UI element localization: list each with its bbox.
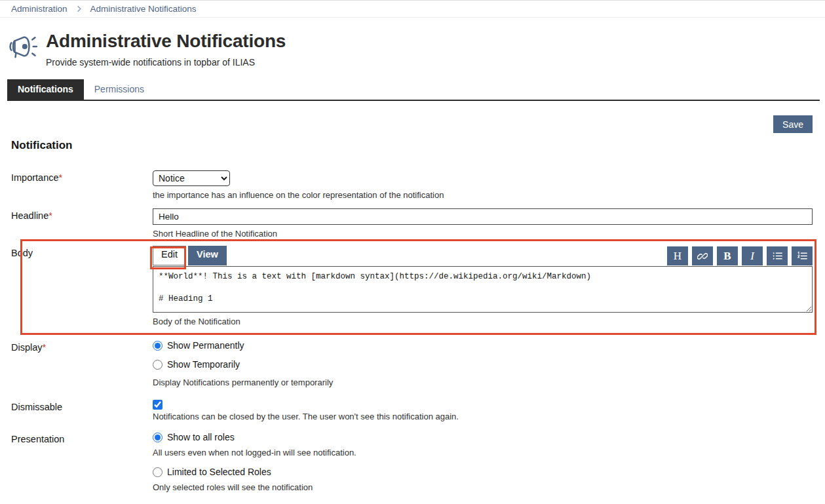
importance-label: Importance* (11, 170, 153, 183)
body-label: Body (11, 246, 153, 258)
required-mark: * (43, 342, 47, 353)
required-mark: * (59, 172, 63, 183)
radio-show-temporarily-input[interactable] (153, 360, 163, 370)
page-subtitle: Provide system-wide notifications in top… (46, 57, 286, 68)
markdown-toolbar: Edit View H (153, 246, 813, 265)
headline-input[interactable] (153, 208, 813, 225)
headline-label: Headline* (11, 208, 153, 221)
form-row-presentation: Presentation Show to all roles All users… (11, 432, 813, 492)
page-title: Administrative Notifications (46, 31, 286, 52)
radio-limited-to-selected-roles-input[interactable] (153, 467, 163, 477)
form-row-body: Body Edit View H (11, 246, 813, 326)
radio-show-to-all-roles-input[interactable] (153, 433, 163, 442)
chevron-right-icon (75, 5, 83, 12)
radio-show-temporarily[interactable]: Show Temporarily (153, 359, 813, 370)
breadcrumb: Administration Administrative Notificati… (0, 0, 825, 18)
dismissable-label: Dismissable (11, 400, 153, 412)
bold-icon[interactable]: B (717, 246, 738, 265)
importance-select[interactable]: Notice (153, 170, 230, 186)
form-row-importance: Importance* Notice the importance has an… (11, 170, 813, 200)
form-row-display: Display* Show Permanently Show Temporari… (11, 340, 813, 387)
content: Save Notification Importance* Notice the… (0, 115, 825, 492)
display-label: Display* (11, 340, 153, 353)
radio-limited-to-selected-roles[interactable]: Limited to Selected Roles (153, 467, 813, 477)
tab-notifications[interactable]: Notifications (7, 79, 84, 100)
body-textarea[interactable]: **World**! This is a text with [markdown… (153, 266, 813, 313)
display-help: Display Notifications permanently or tem… (153, 378, 813, 387)
body-help: Body of the Notification (153, 317, 813, 326)
dismissable-checkbox[interactable] (153, 400, 163, 410)
body-edit-tab[interactable]: Edit (153, 246, 186, 265)
tab-bar: Notifications Permissions (7, 79, 820, 101)
ordered-list-icon[interactable] (792, 246, 813, 265)
headline-help: Short Headline of the Notification (153, 229, 813, 239)
tab-permissions[interactable]: Permissions (84, 79, 155, 100)
save-button[interactable]: Save (773, 115, 813, 133)
breadcrumb-administration[interactable]: Administration (11, 4, 67, 14)
breadcrumb-administrative-notifications[interactable]: Administrative Notifications (90, 4, 197, 14)
presentation-label: Presentation (11, 432, 153, 444)
unordered-list-icon[interactable] (767, 246, 788, 265)
radio-show-permanently-input[interactable] (153, 341, 163, 351)
page: Administration Administrative Notificati… (0, 0, 825, 504)
form-row-headline: Headline* Short Headline of the Notifica… (11, 208, 813, 239)
importance-help: the importance has an influence on the c… (153, 190, 813, 200)
section-title: Notification (11, 139, 813, 152)
heading-icon[interactable]: H (667, 246, 688, 265)
required-mark: * (48, 210, 52, 221)
show-to-all-roles-help: All users even when not logged-in will s… (153, 448, 813, 457)
italic-icon[interactable]: I (742, 246, 763, 265)
notification-form: Importance* Notice the importance has an… (11, 170, 813, 492)
form-row-dismissable: Dismissable Notifications can be closed … (11, 400, 813, 421)
limited-roles-help: Only selected roles will see the notific… (153, 482, 813, 492)
radio-show-to-all-roles[interactable]: Show to all roles (153, 432, 813, 442)
megaphone-icon (7, 33, 38, 62)
link-icon[interactable] (692, 246, 713, 265)
dismissable-help: Notifications can be closed by the user.… (153, 412, 813, 421)
body-view-tab[interactable]: View (188, 246, 227, 265)
page-header: Administrative Notifications Provide sys… (0, 18, 825, 68)
radio-show-permanently[interactable]: Show Permanently (153, 340, 813, 351)
